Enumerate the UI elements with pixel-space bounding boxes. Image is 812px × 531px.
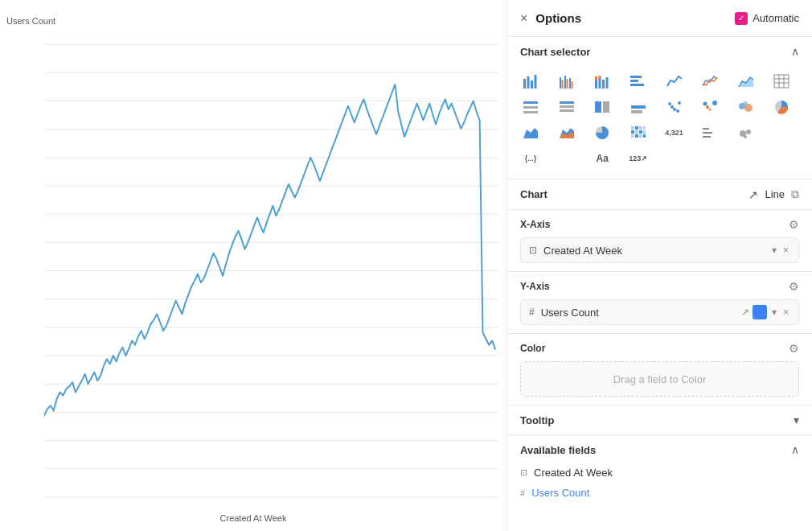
color-section: Color ⚙ Drag a field to Color — [507, 334, 812, 405]
bubble2-button[interactable] — [732, 121, 760, 145]
chart-selector-section: Chart selector ∧ — [507, 37, 812, 179]
line-chart-multi-button[interactable] — [696, 69, 724, 93]
number-button[interactable]: 4,321 — [661, 121, 688, 145]
xaxis-remove-button[interactable]: × — [781, 243, 790, 257]
chart-type-right: ↗ Line ⧉ — [748, 187, 799, 201]
line-chart-button[interactable] — [661, 69, 688, 93]
svg-rect-45 — [566, 79, 568, 88]
svg-point-74 — [673, 108, 676, 111]
bar-chart-button[interactable] — [517, 69, 544, 93]
list-chart-button[interactable] — [517, 95, 544, 119]
yaxis-remove-button[interactable]: × — [781, 305, 790, 319]
pie-button[interactable] — [588, 121, 616, 145]
automatic-checkbox[interactable]: ✓ — [735, 12, 748, 25]
svg-rect-64 — [523, 106, 538, 109]
yaxis-field-actions: ↗ ▾ × — [741, 305, 790, 319]
chart-type-label: Line — [765, 188, 785, 200]
yaxis-dropdown-button[interactable]: ▾ — [770, 305, 778, 319]
y-axis-label: Users Count — [6, 16, 55, 26]
yaxis-color-swatch[interactable] — [753, 305, 767, 319]
svg-point-84 — [743, 101, 748, 106]
color-drag-area[interactable]: Drag a field to Color — [520, 361, 799, 397]
chart-selector-chevron[interactable]: ∧ — [791, 45, 799, 58]
bar-chart-stacked-button[interactable] — [588, 69, 616, 93]
svg-rect-44 — [564, 76, 566, 88]
color-drag-text: Drag a field to Color — [613, 373, 707, 385]
color-header: Color ⚙ — [520, 342, 799, 355]
list3-chart-button[interactable] — [588, 95, 616, 119]
table-chart-button[interactable] — [768, 69, 795, 93]
svg-rect-99 — [635, 134, 638, 138]
svg-rect-39 — [527, 76, 530, 88]
tooltip-chevron-icon[interactable]: ▾ — [794, 414, 799, 426]
yaxis-field-name: Users Count — [541, 307, 735, 319]
text-aa-button[interactable]: Aa — [588, 146, 616, 171]
area2-button[interactable] — [517, 121, 544, 145]
svg-point-78 — [703, 102, 707, 106]
svg-rect-51 — [599, 76, 601, 78]
number2-button[interactable] — [696, 121, 724, 145]
svg-rect-70 — [603, 101, 609, 113]
xaxis-field-icon: ⊡ — [529, 245, 537, 256]
svg-rect-40 — [531, 80, 533, 88]
color-title: Color — [520, 343, 545, 354]
chart-selector-title: Chart selector — [520, 46, 590, 58]
svg-rect-63 — [523, 101, 538, 104]
options-panel: × Options ✓ Automatic Chart selector ∧ — [506, 0, 812, 531]
close-button[interactable]: × — [520, 12, 527, 25]
color-settings-icon[interactable]: ⚙ — [789, 342, 799, 355]
tooltip-section[interactable]: Tooltip ▾ — [507, 405, 812, 435]
scatter-button[interactable] — [661, 95, 688, 119]
svg-rect-92 — [639, 126, 642, 130]
chart-area: Users Count 1,600 1,500 1,400 1,300 1,20… — [0, 0, 506, 531]
bar-single-button[interactable] — [625, 95, 652, 119]
svg-point-75 — [678, 101, 681, 105]
xaxis-field: ⊡ Created At Week ▾ × — [520, 237, 799, 263]
svg-rect-97 — [643, 130, 646, 134]
yaxis-section: Y-Axis ⚙ # Users Count ↗ ▾ × — [507, 272, 812, 334]
svg-rect-55 — [630, 80, 638, 82]
svg-rect-96 — [639, 130, 642, 134]
avail-field-1-icon: ⊡ — [520, 467, 527, 478]
svg-rect-101 — [643, 134, 646, 138]
svg-rect-71 — [631, 105, 646, 109]
svg-rect-95 — [635, 130, 638, 134]
json-button[interactable]: {...} — [517, 146, 544, 171]
svg-rect-66 — [560, 101, 574, 104]
metric-button[interactable]: 123↗ — [625, 146, 652, 171]
xaxis-settings-icon[interactable]: ⚙ — [789, 218, 799, 231]
avail-fields-chevron[interactable]: ∧ — [791, 443, 799, 456]
automatic-toggle[interactable]: ✓ Automatic — [735, 12, 799, 25]
yaxis-field: # Users Count ↗ ▾ × — [520, 299, 799, 325]
svg-rect-69 — [595, 101, 601, 113]
xaxis-field-actions: ▾ × — [770, 243, 790, 257]
svg-rect-38 — [523, 79, 526, 88]
svg-rect-72 — [631, 110, 642, 113]
avail-fields-header: Available fields ∧ — [520, 443, 799, 456]
svg-point-80 — [712, 101, 717, 105]
scatter3-button[interactable] — [732, 95, 760, 119]
xaxis-section: X-Axis ⚙ ⊡ Created At Week ▾ × — [507, 210, 812, 272]
svg-point-106 — [746, 130, 751, 134]
bar-chart-horiz-button[interactable] — [625, 69, 652, 93]
svg-marker-86 — [523, 128, 538, 138]
list2-chart-button[interactable] — [553, 95, 580, 119]
avail-field-2-name: Users Count — [531, 487, 589, 499]
bar-chart-grouped-button[interactable] — [553, 69, 580, 93]
avail-field-2: # Users Count — [520, 483, 799, 503]
chart-type-left: Chart — [520, 188, 547, 200]
copy-icon[interactable]: ⧉ — [791, 187, 799, 201]
svg-rect-56 — [630, 84, 644, 86]
yaxis-settings-icon[interactable]: ⚙ — [789, 280, 799, 293]
area-chart-button[interactable] — [732, 69, 760, 93]
heatmap-button[interactable] — [625, 121, 652, 145]
svg-point-73 — [668, 102, 671, 105]
line-chart-icon: ↗ — [748, 188, 758, 201]
scatter2-button[interactable] — [696, 95, 724, 119]
pie2-button[interactable] — [768, 95, 795, 119]
area3-button[interactable] — [553, 121, 580, 145]
svg-point-77 — [676, 109, 679, 113]
svg-rect-42 — [560, 77, 561, 88]
xaxis-dropdown-button[interactable]: ▾ — [770, 243, 778, 257]
svg-rect-98 — [631, 134, 634, 138]
